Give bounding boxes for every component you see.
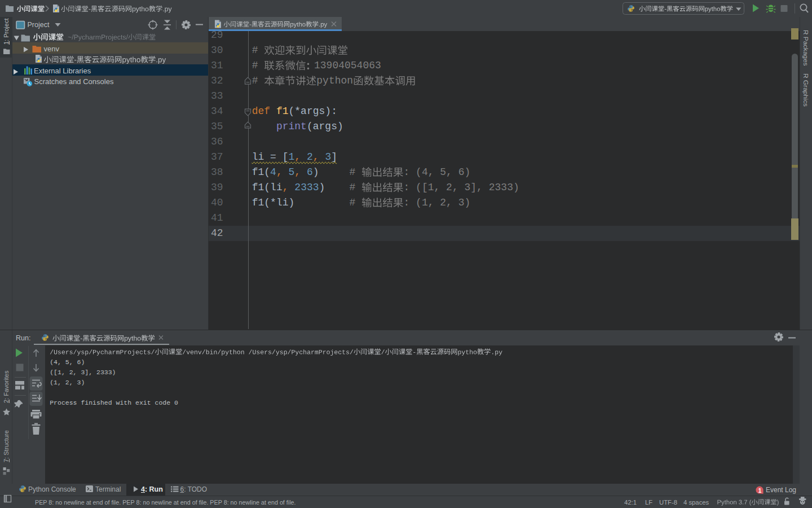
svg-text:R Graphics: R Graphics: [802, 73, 810, 107]
svg-text:R Packages: R Packages: [802, 30, 810, 66]
svg-text:1: Project: 1: Project: [3, 19, 10, 45]
svg-text:1: 1: [758, 488, 762, 494]
svg-text:2: Favorites: 2: Favorites: [3, 370, 10, 403]
svg-text:7: Structure: 7: Structure: [3, 430, 10, 462]
